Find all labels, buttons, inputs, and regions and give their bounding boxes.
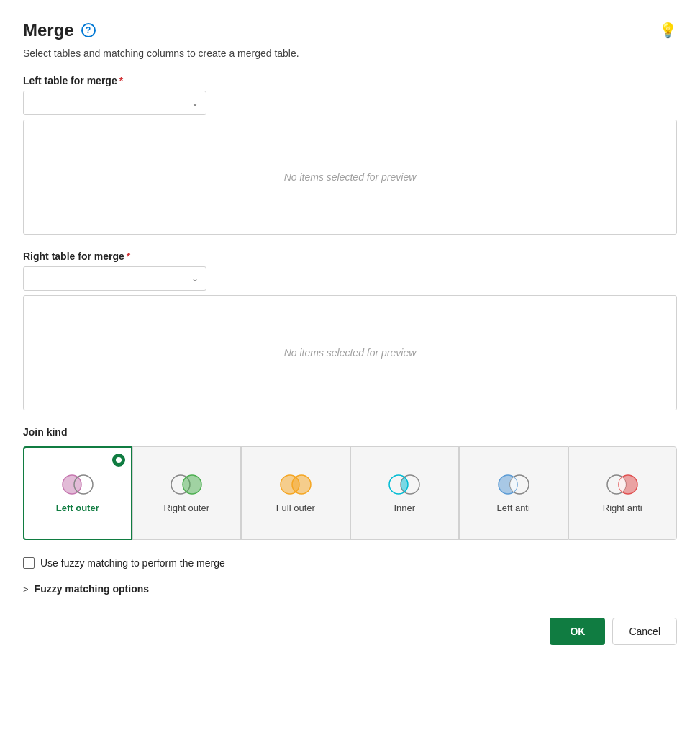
cancel-button[interactable]: Cancel — [612, 618, 677, 645]
right-table-section: Right table for merge* ⌄ No items select… — [23, 251, 677, 410]
right-table-label: Right table for merge* — [23, 251, 677, 262]
right-table-preview: No items selected for preview — [23, 295, 677, 410]
svg-point-0 — [63, 475, 81, 494]
join-option-right-anti-label: Right anti — [603, 503, 642, 515]
inner-venn-icon — [384, 472, 424, 497]
selected-indicator — [112, 454, 125, 467]
fuzzy-matching-checkbox[interactable] — [23, 557, 35, 569]
full-outer-venn-icon — [276, 472, 316, 497]
help-icon[interactable]: ? — [81, 23, 96, 37]
left-table-label: Left table for merge* — [23, 75, 677, 86]
svg-point-5 — [292, 475, 311, 494]
join-kind-section: Join kind Left outer Right outer — [23, 426, 677, 540]
left-table-chevron-icon: ⌄ — [191, 98, 199, 108]
join-option-full-outer-label: Full outer — [276, 503, 315, 515]
join-option-left-anti[interactable]: Left anti — [459, 446, 568, 540]
join-options-group: Left outer Right outer Full outer — [23, 446, 677, 540]
right-outer-venn-icon — [166, 472, 206, 497]
svg-point-3 — [183, 475, 201, 494]
join-option-left-anti-label: Left anti — [497, 503, 530, 515]
title-area: Merge ? — [23, 20, 96, 40]
merge-dialog: Merge ? 💡 Select tables and matching col… — [0, 0, 700, 668]
fuzzy-matching-label: Use fuzzy matching to perform the merge — [40, 557, 225, 569]
fuzzy-options-expander[interactable]: > Fuzzy matching options — [23, 583, 677, 595]
right-table-preview-text: No items selected for preview — [284, 347, 417, 359]
join-option-right-outer[interactable]: Right outer — [132, 446, 242, 540]
right-anti-venn-icon — [602, 472, 642, 497]
left-table-section: Left table for merge* ⌄ No items selecte… — [23, 75, 677, 235]
subtitle: Select tables and matching columns to cr… — [23, 48, 677, 59]
left-outer-venn-icon — [58, 472, 98, 497]
left-table-preview: No items selected for preview — [23, 120, 677, 235]
left-table-required: * — [119, 75, 123, 86]
right-table-required: * — [127, 251, 130, 262]
join-kind-label: Join kind — [23, 426, 677, 438]
join-option-left-outer[interactable]: Left outer — [23, 446, 132, 540]
left-table-dropdown[interactable]: ⌄ — [23, 91, 206, 115]
page-title: Merge — [23, 20, 74, 40]
lightbulb-icon[interactable]: 💡 — [659, 22, 677, 39]
fuzzy-matching-row: Use fuzzy matching to perform the merge — [23, 557, 677, 569]
left-anti-venn-icon — [494, 472, 534, 497]
header-row: Merge ? 💡 — [23, 20, 677, 40]
fuzzy-options-label: Fuzzy matching options — [35, 583, 149, 595]
left-table-preview-text: No items selected for preview — [284, 171, 417, 183]
join-option-left-outer-label: Left outer — [56, 503, 99, 515]
join-option-right-outer-label: Right outer — [163, 503, 209, 515]
right-table-chevron-icon: ⌄ — [191, 274, 199, 284]
join-option-right-anti[interactable]: Right anti — [568, 446, 678, 540]
chevron-right-icon: > — [23, 584, 29, 595]
ok-button[interactable]: OK — [550, 618, 605, 645]
footer-buttons: OK Cancel — [23, 618, 677, 645]
join-option-inner-label: Inner — [394, 503, 415, 515]
right-table-dropdown[interactable]: ⌄ — [23, 266, 206, 291]
join-option-inner[interactable]: Inner — [350, 446, 460, 540]
join-option-full-outer[interactable]: Full outer — [241, 446, 350, 540]
